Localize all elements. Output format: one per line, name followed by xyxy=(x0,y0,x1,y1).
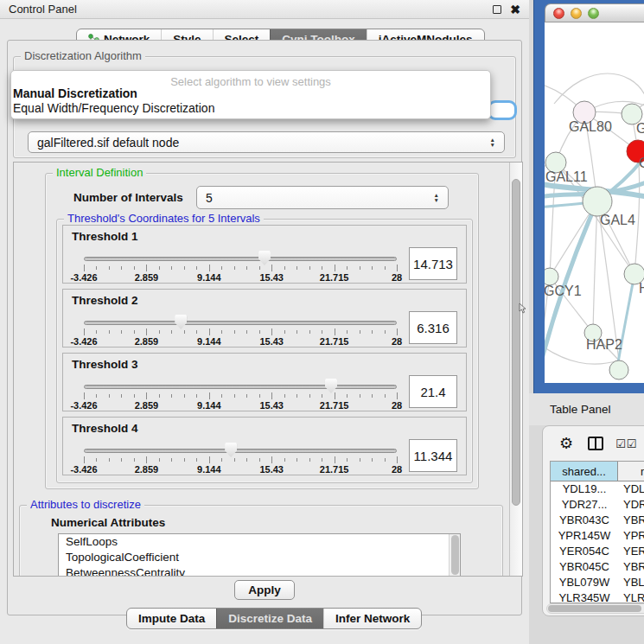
table-hscrollbar[interactable] xyxy=(546,603,644,614)
tick-mark xyxy=(246,394,247,398)
table-row[interactable]: YBR043C YBR0 xyxy=(551,513,644,528)
slider-thumb[interactable] xyxy=(258,251,271,265)
node-table-body: YDL19... YDL1YDR27... YDR2YBR043C YBR0YP… xyxy=(551,481,644,603)
column-header-shared[interactable]: shared... xyxy=(551,462,618,481)
tick-mark xyxy=(184,266,185,270)
table-data-combobox[interactable]: galFiltered.sif default node ▲▼ xyxy=(28,131,505,153)
cell-name[interactable]: YDL1 xyxy=(618,481,644,497)
tick-mark xyxy=(134,330,135,334)
close-traffic-light[interactable] xyxy=(553,8,564,19)
node-label-GAL11: GAL11 xyxy=(545,169,588,184)
attributes-scrollbar[interactable] xyxy=(449,534,460,577)
tick-label: -3.426 xyxy=(70,272,97,283)
GCY1-node[interactable] xyxy=(545,268,558,285)
number-of-intervals-combobox[interactable]: 5 ▲▼ xyxy=(196,186,449,209)
minimize-traffic-light[interactable] xyxy=(571,8,582,19)
tick-mark xyxy=(335,456,335,463)
table-row[interactable]: YLR345W YLR3 xyxy=(551,590,644,603)
combo-arrows-icon: ▲▼ xyxy=(483,137,495,147)
cell-name[interactable]: YPR1 xyxy=(618,528,644,544)
settings-gear-icon[interactable]: ⚙ xyxy=(559,436,573,451)
table-row[interactable]: YDR27... YDR2 xyxy=(551,497,644,513)
table-row[interactable]: YDL19... YDL1 xyxy=(551,481,644,497)
bottom-tabbar: Impute Data Discretize Data Infer Networ… xyxy=(126,608,422,629)
cell-name[interactable]: YER0 xyxy=(618,544,644,559)
network-window: GAL80GCGAL11GAL4GCY1HHAP2 xyxy=(533,0,644,393)
tick-mark xyxy=(184,330,185,334)
cell-shared-name[interactable]: YBR045C xyxy=(551,559,618,575)
threshold-slider-row: -3.4262.8599.14415.4321.71528 14.713 xyxy=(63,246,466,283)
tick-mark xyxy=(284,394,285,398)
tick-mark xyxy=(385,458,386,462)
slider-thumb[interactable] xyxy=(175,315,187,329)
network-canvas[interactable]: GAL80GCGAL11GAL4GCY1HHAP2 xyxy=(545,22,644,383)
interval-definition-legend: Interval Definition xyxy=(53,166,146,179)
cell-name[interactable]: YLR3 xyxy=(618,590,644,603)
cell-name[interactable]: YDR2 xyxy=(618,497,644,513)
algorithm-item-equal-width[interactable]: Equal Width/Frequency Discretization xyxy=(11,101,490,116)
panel-scrollbar[interactable] xyxy=(509,163,522,576)
threshold-slider[interactable]: -3.4262.8599.14415.4321.71528 xyxy=(84,310,397,347)
algorithm-item-manual[interactable]: Manual Discretization xyxy=(11,86,490,101)
slider-track[interactable] xyxy=(84,321,397,325)
slider-ticks xyxy=(84,392,397,400)
threshold-value-field[interactable]: 11.344 xyxy=(409,439,457,472)
tick-mark xyxy=(146,456,147,463)
cell-shared-name[interactable]: YPR145W xyxy=(551,528,618,544)
bottom-node[interactable] xyxy=(609,360,628,379)
threshold-value-field[interactable]: 14.713 xyxy=(409,247,457,280)
column-checkboxes-icon[interactable]: ☑☑ xyxy=(615,437,637,450)
attributes-scrollbar-thumb[interactable] xyxy=(451,535,459,575)
threshold-value-field[interactable]: 6.316 xyxy=(409,311,457,344)
network-window-titlebar[interactable] xyxy=(545,3,644,22)
attribute-list-item[interactable]: SelfLoops xyxy=(59,534,460,550)
tab-infer-network[interactable]: Infer Network xyxy=(323,609,421,628)
slider-thumb[interactable] xyxy=(225,443,237,457)
table-row[interactable]: YER054C YER0 xyxy=(551,544,644,559)
tick-label: -3.426 xyxy=(70,336,97,347)
threshold-slider[interactable]: -3.4262.8599.14415.4321.71528 xyxy=(84,438,397,475)
cell-shared-name[interactable]: YBR043C xyxy=(551,513,618,528)
tab-discretize-data[interactable]: Discretize Data xyxy=(216,609,323,628)
algorithm-combobox[interactable] xyxy=(488,100,517,120)
tab-impute-data[interactable]: Impute Data xyxy=(127,609,216,628)
numerical-attributes-list[interactable]: SelfLoopsTopologicalCoefficientBetweenne… xyxy=(58,533,461,577)
GAL4-node[interactable] xyxy=(583,187,612,216)
cell-name[interactable]: YBR0 xyxy=(618,513,644,528)
slider-track[interactable] xyxy=(84,257,397,261)
cell-shared-name[interactable]: YER054C xyxy=(551,544,618,559)
tick-mark xyxy=(159,458,160,462)
float-window-icon[interactable] xyxy=(493,5,501,14)
cell-shared-name[interactable]: YDL19... xyxy=(551,481,618,497)
table-row[interactable]: YPR145W YPR1 xyxy=(551,528,644,544)
tick-mark xyxy=(322,330,322,334)
zoom-traffic-light[interactable] xyxy=(588,8,599,19)
split-columns-icon[interactable] xyxy=(588,437,603,450)
cell-shared-name[interactable]: YBL079W xyxy=(551,575,618,590)
threshold-slider-row: -3.4262.8599.14415.4321.71528 6.316 xyxy=(63,310,466,347)
attribute-list-item[interactable]: BetweennessCentrality xyxy=(59,565,460,577)
tick-mark xyxy=(221,266,222,270)
cell-name[interactable]: YBL0 xyxy=(618,575,644,590)
slider-track[interactable] xyxy=(84,449,397,453)
control-panel-title: Control Panel xyxy=(9,3,77,16)
cell-shared-name[interactable]: YLR345W xyxy=(551,590,618,603)
attribute-list-item[interactable]: TopologicalCoefficient xyxy=(59,550,460,565)
slider-thumb[interactable] xyxy=(325,379,337,393)
table-row[interactable]: YBL079W YBL0 xyxy=(551,575,644,590)
column-header-name[interactable]: n... xyxy=(618,462,644,481)
screenshot-stage: Control Panel ✖ Network Style Select xyxy=(0,0,644,644)
threshold-slider[interactable]: -3.4262.8599.14415.4321.71528 xyxy=(84,246,397,283)
close-icon[interactable]: ✖ xyxy=(510,5,520,14)
tick-mark xyxy=(397,392,398,399)
threshold-slider[interactable]: -3.4262.8599.14415.4321.71528 xyxy=(84,374,397,411)
panel-scrollbar-thumb[interactable] xyxy=(512,179,520,506)
apply-row: Apply xyxy=(8,578,521,604)
table-row[interactable]: YBR045C YBR0 xyxy=(551,559,644,575)
table-hscrollbar-thumb[interactable] xyxy=(548,605,641,612)
slider-track[interactable] xyxy=(84,385,397,389)
cell-shared-name[interactable]: YDR27... xyxy=(551,497,618,513)
threshold-value-field[interactable]: 21.4 xyxy=(409,375,457,408)
cell-name[interactable]: YBR0 xyxy=(618,559,644,575)
apply-button[interactable]: Apply xyxy=(234,580,295,600)
